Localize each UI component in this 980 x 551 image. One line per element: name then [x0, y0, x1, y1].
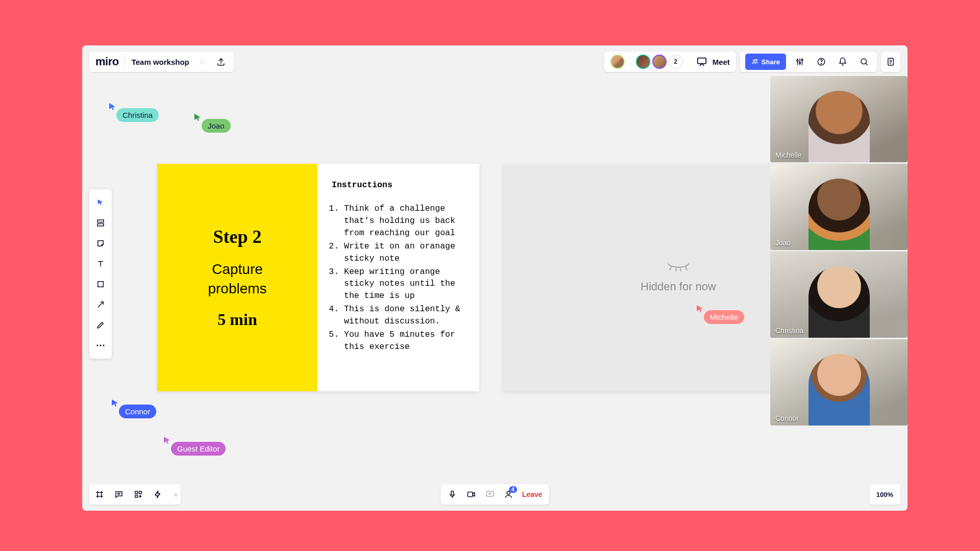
meet-button[interactable]: Meet	[713, 58, 730, 66]
svg-line-30	[685, 267, 687, 270]
bottom-toolbar: ‹‹	[89, 484, 181, 505]
templates-tool[interactable]	[89, 213, 112, 233]
camera-icon[interactable]	[466, 490, 476, 499]
tool-palette	[89, 189, 112, 359]
help-icon[interactable]	[814, 57, 829, 66]
instructions-list: Think of a challenge that's holding us b…	[332, 203, 465, 353]
svg-rect-38	[139, 491, 142, 494]
select-tool[interactable]	[89, 192, 112, 213]
cursor-label: Guest Editor	[171, 442, 226, 456]
leave-button[interactable]: Leave	[522, 490, 543, 498]
present-icon[interactable]	[696, 56, 707, 67]
svg-point-12	[861, 59, 867, 64]
cursor-label: Connor	[119, 405, 156, 418]
svg-rect-39	[135, 495, 138, 498]
instructions-heading: Instructions	[332, 179, 465, 191]
list-item: Keep writing orange sticky notes until t…	[344, 266, 465, 303]
svg-rect-40	[451, 491, 453, 495]
meet-bar: 4 Leave	[440, 484, 550, 505]
instructions-panel: Instructions Think of a challenge that's…	[317, 164, 479, 391]
presence-pill: 2 Meet	[604, 52, 736, 72]
frames-icon[interactable]	[93, 490, 106, 499]
svg-point-9	[801, 59, 803, 61]
svg-line-13	[866, 63, 868, 65]
video-tile[interactable]: Connor	[770, 339, 908, 425]
text-tool[interactable]	[89, 254, 112, 274]
list-item: Think of a challenge that's holding us b…	[344, 203, 465, 239]
pen-tool[interactable]	[89, 315, 112, 335]
cursor-label: Christina	[116, 108, 159, 122]
svg-rect-18	[97, 220, 104, 222]
svg-point-7	[799, 62, 801, 64]
actions-pill: Share	[740, 52, 877, 72]
search-icon[interactable]	[856, 57, 872, 66]
svg-point-26	[103, 344, 104, 346]
header-right: 2 Meet Share	[604, 52, 900, 72]
svg-rect-19	[97, 224, 104, 227]
step-panel: Step 2 Capture problems 5 min	[157, 164, 317, 391]
cursor-connor: Connor	[113, 400, 156, 418]
svg-point-24	[96, 344, 98, 346]
svg-line-27	[670, 267, 671, 270]
zoom-level[interactable]: 100%	[869, 484, 900, 505]
video-name: Joao	[775, 239, 791, 247]
avatar[interactable]	[652, 55, 667, 69]
svg-rect-37	[135, 491, 138, 494]
avatar-overflow-count[interactable]: 2	[669, 55, 683, 69]
shape-tool[interactable]	[89, 274, 112, 294]
apps-icon[interactable]	[132, 490, 144, 499]
svg-point-3	[755, 59, 757, 61]
participants-icon[interactable]: 4	[504, 490, 513, 499]
svg-point-11	[821, 63, 821, 64]
svg-point-5	[797, 60, 798, 61]
sticky-tool[interactable]	[89, 233, 112, 254]
bell-icon[interactable]	[835, 57, 850, 66]
hidden-label: Hidden for now	[641, 280, 716, 293]
list-item: Write it on an oranage sticky note	[344, 240, 465, 265]
svg-line-28	[676, 268, 676, 271]
list-item: This is done silently & without discussi…	[344, 303, 465, 328]
instruction-card[interactable]: Step 2 Capture problems 5 min Instructio…	[157, 164, 479, 391]
share-button[interactable]: Share	[745, 54, 786, 70]
svg-rect-42	[468, 492, 473, 497]
export-icon[interactable]	[212, 57, 230, 66]
board-title[interactable]: Team workshop	[130, 58, 191, 66]
svg-point-2	[753, 60, 755, 62]
video-tile[interactable]: Christina	[770, 252, 908, 338]
cursor-guest: Guest Editor	[165, 438, 226, 456]
settings-icon[interactable]	[792, 57, 807, 66]
logo[interactable]: miro	[95, 55, 119, 68]
more-tools[interactable]	[89, 335, 112, 356]
video-tile[interactable]: Joao	[770, 164, 908, 250]
step-label: Step 2	[213, 226, 261, 247]
step-time: 5 min	[217, 310, 257, 329]
share-label: Share	[762, 58, 780, 66]
activity-icon[interactable]	[152, 490, 164, 499]
screenshare-icon[interactable]	[485, 490, 495, 499]
list-item: You have 5 minutes for this exercise	[344, 329, 465, 353]
cursor-christina: Christina	[110, 104, 159, 122]
cursor-michelle: Michelle	[698, 306, 744, 324]
video-name: Christina	[775, 327, 803, 335]
video-column: Michelle Joao Christina Connor	[770, 76, 908, 425]
eye-closed-icon	[666, 262, 691, 272]
avatar[interactable]	[636, 55, 650, 69]
comments-icon[interactable]	[113, 490, 125, 499]
arrow-tool[interactable]	[89, 294, 112, 315]
header-left: miro Team workshop ☆	[89, 52, 234, 72]
collapse-icon[interactable]: ‹‹	[171, 490, 177, 498]
avatar[interactable]	[610, 55, 625, 69]
mic-icon[interactable]	[448, 490, 457, 499]
video-name: Connor	[775, 414, 799, 422]
divider	[124, 56, 125, 68]
svg-point-25	[100, 344, 101, 346]
cursor-joao: Joao	[195, 115, 231, 133]
svg-rect-1	[697, 58, 706, 64]
notes-pill[interactable]	[881, 52, 900, 72]
star-icon[interactable]: ☆	[197, 57, 207, 66]
svg-line-23	[98, 302, 104, 308]
cursor-label: Michelle	[704, 310, 744, 324]
svg-rect-22	[98, 282, 104, 287]
video-name: Michelle	[775, 151, 801, 159]
video-tile[interactable]: Michelle	[770, 76, 908, 162]
